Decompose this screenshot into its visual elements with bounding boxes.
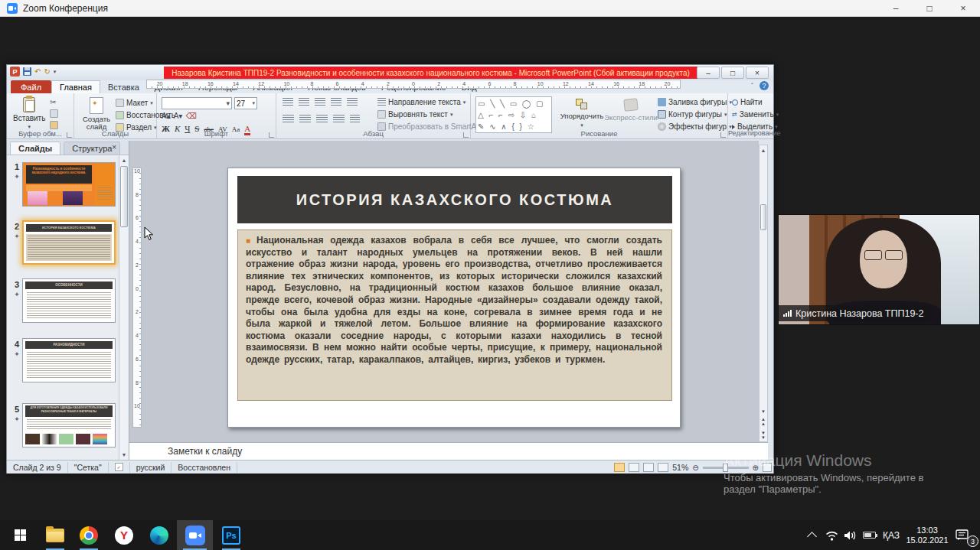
ppt-maximize-icon[interactable]: □ xyxy=(721,67,744,79)
slide-thumbnail-1[interactable]: Разновидность и особенности казахского н… xyxy=(22,162,116,207)
drawing-dialog-launcher[interactable] xyxy=(720,132,726,138)
ppt-close-icon[interactable]: × xyxy=(746,67,769,79)
align-right-icon[interactable] xyxy=(316,115,328,123)
new-slide-icon[interactable] xyxy=(90,97,103,114)
notes-pane[interactable]: Заметки к слайду xyxy=(129,442,768,460)
align-left-icon[interactable] xyxy=(283,115,294,123)
slides-pane-scrollbar[interactable]: ▲ ▼ xyxy=(119,155,129,460)
slide-body-text: Национальная одежда казахов вобрала в се… xyxy=(246,235,662,365)
notification-center-icon[interactable]: 3 xyxy=(951,520,974,550)
slide-thumbnail-3[interactable]: ОСОБЕННОСТИ xyxy=(22,278,116,323)
maximize-icon[interactable]: □ xyxy=(913,0,946,17)
shape-outline-button[interactable]: Контур фигуры▾ xyxy=(658,110,732,119)
normal-view-icon[interactable] xyxy=(614,463,625,472)
bullets-icon[interactable] xyxy=(283,98,293,106)
main-scroll-up-icon[interactable]: ▲ xyxy=(760,145,767,155)
decrease-indent-icon[interactable] xyxy=(315,98,325,106)
zoom-level[interactable]: 51% xyxy=(672,463,688,472)
line-spacing-icon[interactable] xyxy=(347,98,358,106)
thumb-2-animation-icon: ✦ xyxy=(12,233,21,240)
start-button[interactable] xyxy=(3,520,37,550)
slide-canvas[interactable]: ИСТОРИЯ КАЗАХСКОГО КОСТЮМА ■Национальная… xyxy=(227,168,681,428)
new-slide-button[interactable]: Создать слайд xyxy=(79,116,114,131)
language-indicator[interactable]: ҚАЗ xyxy=(879,520,903,550)
language-status[interactable]: русский xyxy=(130,462,172,473)
tab-slides-thumbnails[interactable]: Слайды xyxy=(10,142,60,155)
ppt-minimize-icon[interactable]: – xyxy=(697,67,720,79)
main-scroll-down-icon[interactable]: ▼ xyxy=(760,409,767,414)
numbering-icon[interactable] xyxy=(299,98,309,106)
powerpoint-logo-icon[interactable]: P xyxy=(10,67,20,76)
pane-scroll-up-icon[interactable]: ▲ xyxy=(119,155,129,165)
slide-thumbnail-2-selected[interactable]: ИСТОРИЯ КАЗАХСКОГО КОСТЮМА xyxy=(22,220,116,265)
clipboard-dialog-launcher[interactable] xyxy=(67,132,72,138)
copy-icon[interactable] xyxy=(50,109,58,118)
arrange-icon[interactable] xyxy=(576,99,588,109)
taskbar-edge[interactable] xyxy=(144,520,175,550)
shapes-gallery[interactable]: ▭ ╲ ╲ ▭ ◯ ▢ △ ⌐ ⌐ ⇨ ⇩ ⌂ ✎ ∿ ∧ { } ☆ xyxy=(475,96,552,133)
shape-fill-button[interactable]: Заливка фигуры▾ xyxy=(658,98,732,106)
volume-icon[interactable] xyxy=(841,520,859,550)
help-icon[interactable]: ? xyxy=(760,81,769,90)
slide-sorter-view-icon[interactable] xyxy=(629,463,639,472)
pane-close-icon[interactable]: × xyxy=(112,143,116,151)
next-slide-icon[interactable]: ▼▼ xyxy=(760,431,767,440)
previous-slide-icon[interactable]: ▲▲ xyxy=(760,417,767,426)
shrink-font-icon[interactable]: A▾ xyxy=(174,112,183,120)
minimize-ribbon-icon[interactable]: ˆ xyxy=(751,82,753,89)
columns-icon[interactable] xyxy=(350,115,360,123)
quick-styles-icon[interactable] xyxy=(623,98,639,112)
tray-chevron-icon[interactable] xyxy=(802,520,821,550)
paste-icon[interactable] xyxy=(23,97,35,112)
qat-dropdown-icon[interactable]: ▾ xyxy=(54,69,57,75)
taskbar-zoom-active[interactable] xyxy=(177,520,213,550)
tab-file[interactable]: Файл xyxy=(11,80,51,93)
thumb-4-animation-icon: ✦ xyxy=(12,350,21,358)
quick-styles-button[interactable]: Экспресс-стили xyxy=(604,113,657,122)
tab-home[interactable]: Главная xyxy=(51,80,100,93)
find-button[interactable]: Найти xyxy=(732,98,779,106)
reading-view-icon[interactable] xyxy=(643,463,654,472)
slide-body-textbox[interactable]: ■Национальная одежда казахов вобрала в с… xyxy=(237,229,672,401)
redo-icon[interactable]: ↻ xyxy=(44,67,50,76)
font-size-select[interactable]: 27▾ xyxy=(234,97,257,109)
paste-button[interactable]: Вставить xyxy=(13,114,45,122)
screen: Zoom Конференция – □ × P ↶ ↻ ▾ Назарова … xyxy=(0,0,980,550)
align-text-button[interactable]: Выровнять текст▾ xyxy=(377,110,486,119)
theme-name[interactable]: "Сетка" xyxy=(68,462,109,473)
taskbar-chrome[interactable] xyxy=(74,520,104,550)
taskbar-photoshop[interactable]: Ps xyxy=(216,520,247,550)
battery-icon[interactable] xyxy=(859,520,879,550)
align-center-icon[interactable] xyxy=(299,115,311,123)
undo-icon[interactable]: ↶ xyxy=(34,67,41,76)
format-painter-icon[interactable] xyxy=(50,121,58,129)
slideshow-view-icon[interactable] xyxy=(658,463,668,472)
slide-title[interactable]: ИСТОРИЯ КАЗАХСКОГО КОСТЮМА xyxy=(237,176,672,223)
grow-font-icon[interactable]: A▴ xyxy=(162,112,171,120)
arrange-button[interactable]: Упорядочить xyxy=(560,112,604,120)
increase-indent-icon[interactable] xyxy=(331,98,341,106)
main-scrollbar[interactable]: ▲ ▼ ▲▲ ▼▼ xyxy=(759,145,768,442)
cut-icon[interactable]: ✂ xyxy=(50,98,58,106)
taskbar-file-explorer[interactable] xyxy=(40,520,70,550)
participant-video[interactable]: Кристина Назарова ТПП19-2 xyxy=(778,214,980,325)
wifi-icon[interactable] xyxy=(822,520,841,550)
replace-button[interactable]: ⇄Заменить▾ xyxy=(732,110,779,119)
pane-scroll-down-icon[interactable]: ▼ xyxy=(119,450,129,460)
text-direction-button[interactable]: Направление текста▾ xyxy=(377,98,486,106)
save-icon[interactable] xyxy=(23,67,31,76)
clock[interactable]: 13:0315.02.2021 xyxy=(903,520,951,550)
slide-thumbnail-4[interactable]: РАЗНОВИДНОСТИ xyxy=(22,338,116,382)
taskbar-yandex-browser[interactable]: Y xyxy=(109,520,139,550)
paragraph-dialog-launcher[interactable] xyxy=(463,132,469,138)
slide-thumbnail-5[interactable]: ДЛЯ ИЗГОТОВЛЕНИЯ ОДЕЖДЫ КАЗАХИ ИСПОЛЬЗОВ… xyxy=(22,403,116,447)
minimize-icon[interactable]: – xyxy=(879,0,913,17)
tab-insert[interactable]: Вставка xyxy=(100,80,147,93)
justify-icon[interactable] xyxy=(333,115,345,123)
close-icon[interactable]: × xyxy=(946,0,980,17)
clear-formatting-icon[interactable]: ⌫ xyxy=(185,112,196,120)
font-dialog-launcher[interactable] xyxy=(269,132,274,138)
font-name-select[interactable]: ▾ xyxy=(162,97,232,109)
spellcheck-status[interactable]: ✓ xyxy=(109,462,130,473)
zoom-out-icon[interactable]: ⊖ xyxy=(692,464,698,472)
